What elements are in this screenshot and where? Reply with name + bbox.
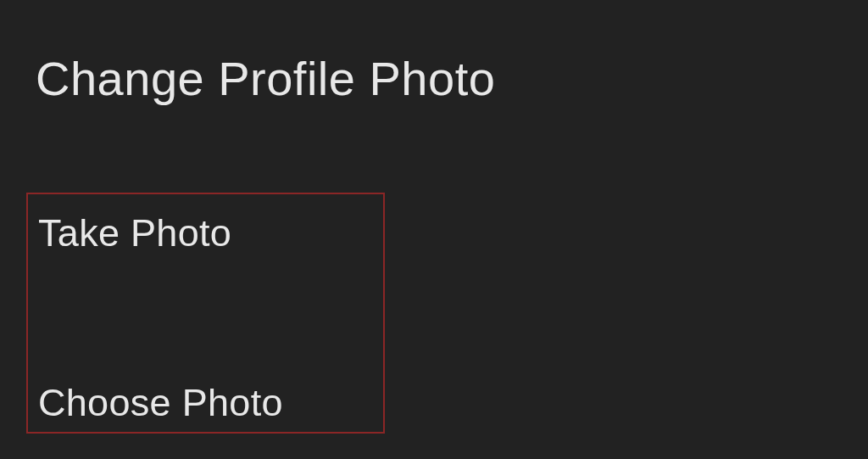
dialog-title: Change Profile Photo xyxy=(0,0,868,106)
photo-options-group: Take Photo Choose Photo xyxy=(26,193,385,434)
take-photo-option[interactable]: Take Photo xyxy=(28,194,383,255)
choose-photo-option[interactable]: Choose Photo xyxy=(28,381,283,425)
